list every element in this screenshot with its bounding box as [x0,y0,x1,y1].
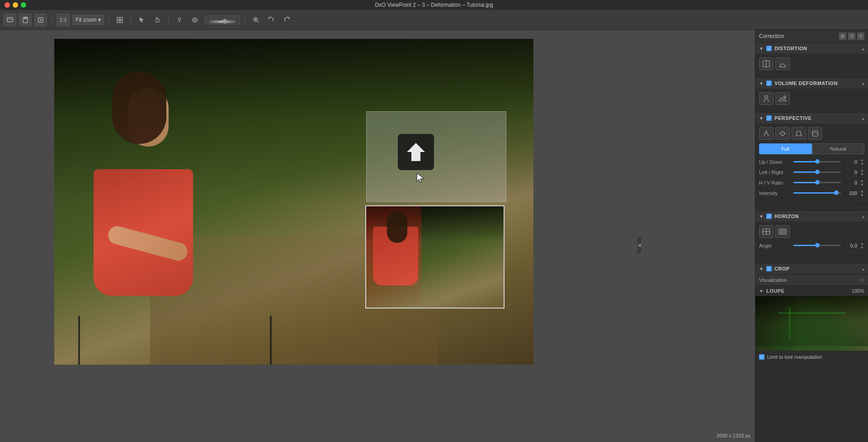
hv-ratio-up-arrow[interactable]: ▲ [860,179,864,182]
hv-ratio-track[interactable] [793,182,841,183]
volume-landscape-btn[interactable] [775,92,790,105]
grid-button[interactable] [113,14,126,26]
slider-angle: Angle 0.0 ▲ ▼ [759,242,864,249]
pin-tool[interactable] [173,14,186,26]
save-button[interactable] [19,14,32,26]
separator-2 [108,14,109,26]
crop-collapse-arrow: ▼ [759,266,764,271]
angle-up-arrow[interactable]: ▲ [860,242,864,245]
volume-collapse-icon[interactable]: ▴ [862,81,864,86]
perspective-collapse-arrow: ▼ [759,116,764,121]
hv-ratio-down-arrow[interactable]: ▼ [860,183,864,186]
distortion-collapse-icon[interactable]: ▴ [862,46,864,51]
panel-refresh-icon[interactable]: ↺ [848,33,855,40]
crop-enable-checkbox[interactable]: ✓ [766,266,772,271]
horizon-level-btn[interactable] [759,225,774,238]
export-button[interactable] [34,14,47,26]
volume-icon-row [759,92,864,105]
angle-track[interactable] [793,245,841,246]
separator-3 [131,14,131,26]
perspective-horizontal-btn[interactable] [775,127,790,140]
undo-button[interactable] [265,14,278,26]
canvas-area[interactable]: ◀ 2000 x 1333 px [0,30,755,442]
perspective-enable-checkbox[interactable]: ✓ [766,115,772,121]
intensity-value: 100 [844,190,857,196]
panel-pin-icon[interactable]: ⊞ [839,33,846,40]
expand-section-icon[interactable]: ⋯ [862,204,866,209]
minimize-button[interactable] [13,2,18,8]
svg-line-16 [257,21,259,23]
distortion-auto-btn[interactable] [759,57,774,70]
expand-section-icon-2[interactable]: ⋯ [862,257,866,262]
separator-4 [168,14,169,26]
perspective-section-header[interactable]: ▼ ✓ PERSPECTIVE ▴ [755,113,868,124]
crop-collapse-icon[interactable]: ▴ [862,266,864,271]
horizon-section-header[interactable]: ▼ ✓ HORIZON ▴ [755,211,868,222]
cursor-tool[interactable] [136,14,148,26]
horizon-align-btn[interactable] [775,225,790,238]
zoom-1-1[interactable]: 1:1 [57,14,70,26]
redo-button[interactable] [280,14,293,26]
left-right-label: Left / Right [759,170,791,175]
tab-natural[interactable]: Natural [812,143,865,154]
slider-hv-ratio: H / V Ratio 0 ▲ ▼ [759,179,864,186]
visualization-settings-icon[interactable]: ⚙ [860,278,864,283]
horizon-tool[interactable] [189,14,201,26]
visualization-header: Visualization ⚙ [755,275,868,286]
crop-section-header[interactable]: ▼ ✓ CROP ▴ [755,263,868,274]
zoom-selector[interactable]: Fit zoom ▾ [72,15,104,25]
angle-arrows: ▲ ▼ [860,242,864,249]
svg-rect-6 [120,17,123,19]
maximize-button[interactable] [21,2,26,8]
angle-down-arrow[interactable]: ▼ [860,246,864,249]
angle-label: Angle [759,243,791,248]
perspective-auto-btn[interactable] [808,127,822,140]
intensity-up-arrow[interactable]: ▲ [860,189,864,193]
horizon-section: ▼ ✓ HORIZON ▴ [755,211,868,256]
svg-rect-5 [117,17,119,19]
hand-tool[interactable] [151,14,164,26]
perspective-vertical-btn[interactable] [759,127,774,140]
toolbar: 1:1 Fit zoom ▾ [0,10,868,30]
horizon-collapse-icon[interactable]: ▴ [862,214,864,219]
close-button[interactable] [5,2,10,8]
volume-deformation-header[interactable]: ▼ ✓ VOLUME DEFORMATION ▴ [755,78,868,89]
volume-person-btn[interactable] [759,92,774,105]
distortion-manual-btn[interactable] [775,57,790,70]
distortion-icon-row [759,57,864,70]
limit-checkbox[interactable]: ✓ [759,354,764,360]
limit-label: Limit to tool manipulation [767,354,822,360]
zoom-in-button[interactable] [250,14,262,26]
perspective-4pt-btn[interactable] [792,127,806,140]
home-button[interactable] [4,14,16,26]
distortion-enable-checkbox[interactable]: ✓ [766,46,772,51]
separator-1 [52,14,52,26]
left-right-up-arrow[interactable]: ▲ [860,168,864,172]
main-content: ◀ 2000 x 1333 px Correction ⊞ ↺ ✕ ▼ ✓ DI… [0,30,868,442]
up-down-up-arrow[interactable]: ▲ [860,158,864,162]
hv-ratio-label: H / V Ratio [759,180,791,185]
up-down-track[interactable] [793,161,841,162]
left-right-down-arrow[interactable]: ▼ [860,172,864,176]
left-right-track[interactable] [793,171,841,173]
intensity-down-arrow[interactable]: ▼ [860,193,864,197]
main-photo-container [54,39,533,365]
bench-leg [78,316,80,365]
volume-deformation-section: ▼ ✓ VOLUME DEFORMATION ▴ [755,78,868,113]
visualization-title: Visualization [759,277,787,283]
panel-close-icon[interactable]: ✕ [857,33,864,40]
panel-header: Correction ⊞ ↺ ✕ [755,30,868,43]
horizon-enable-checkbox[interactable]: ✓ [766,214,772,219]
limit-to-tool-row: ✓ Limit to tool manipulation [755,351,868,363]
volume-title: VOLUME DEFORMATION [774,81,838,86]
tab-full[interactable]: Full [759,143,812,154]
preview-photo-content [366,206,504,308]
panel-expand-button[interactable]: ◀ [637,236,642,254]
preview-thumbnail [365,205,505,309]
perspective-collapse-icon[interactable]: ▴ [862,116,864,121]
svg-point-25 [784,96,786,98]
volume-enable-checkbox[interactable]: ✓ [766,81,772,86]
up-down-down-arrow[interactable]: ▼ [860,162,864,166]
distortion-section-header[interactable]: ▼ ✓ DISTORTION ▴ [755,43,868,54]
intensity-track[interactable] [793,192,841,194]
